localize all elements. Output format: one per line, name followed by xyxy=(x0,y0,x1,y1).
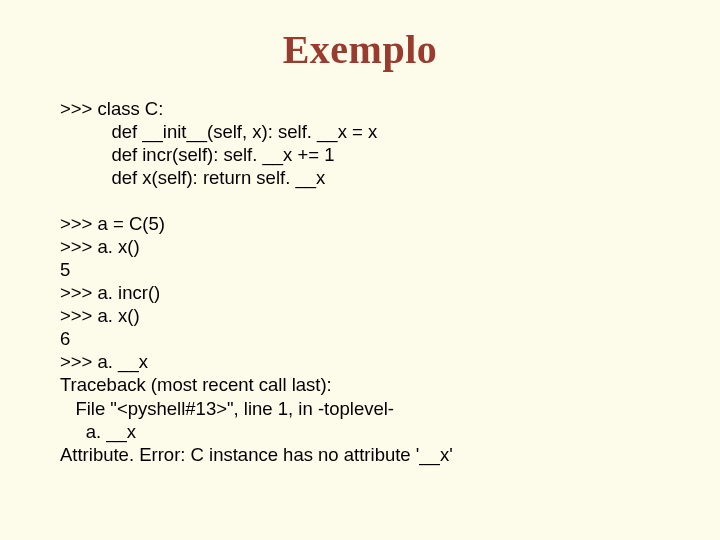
slide: Exemplo >>> class C: def __init__(self, … xyxy=(0,0,720,540)
slide-title: Exemplo xyxy=(60,26,660,73)
code-block-class-definition: >>> class C: def __init__(self, x): self… xyxy=(60,97,660,190)
code-block-repl-session: >>> a = C(5) >>> a. x() 5 >>> a. incr() … xyxy=(60,212,660,466)
